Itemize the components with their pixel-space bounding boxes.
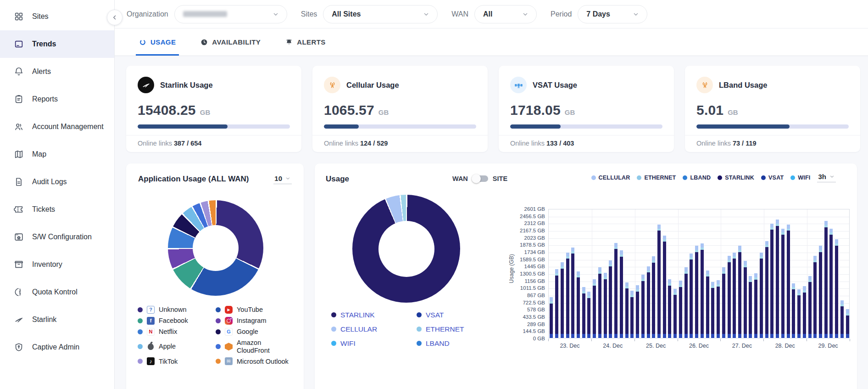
legend-label: WIFI [798,175,810,181]
y-tick-label: 2023 GB [515,236,545,241]
usage-donut-chart [352,195,460,303]
series-legend-ethernet[interactable]: ETHERNET [637,175,676,181]
cellular-icon [324,77,340,93]
donut-legend-wifi[interactable]: WIFI [331,339,417,348]
legend-label: CELLULAR [340,325,377,333]
wan-dropdown[interactable]: All [474,5,537,23]
series-legend-cellular[interactable]: CELLULAR [591,175,630,181]
donut-legend-ethernet[interactable]: ETHERNET [417,325,464,333]
legend-label: YouTube [237,306,263,314]
microsoft-outlook-icon: ✉ [225,357,233,365]
sites-dropdown[interactable]: All Sites [323,5,438,23]
quota-icon [14,287,24,297]
sidebar-item-quota-kontrol[interactable]: Quota Kontrol [0,278,114,306]
starlink-usage-card: Starlink Usage15408.25GBOnline links387 … [126,66,301,152]
filter-organization: Organization [127,5,287,23]
stacked-bar [641,275,645,338]
x-tick-label: 28. Dec [775,343,795,349]
legend-item-netflix[interactable]: NNetflix [138,328,215,336]
series-legend-lband[interactable]: LBAND [683,175,711,181]
legend-item-microsoft-outlook[interactable]: ✉Microsoft Outlook [216,357,294,365]
stacked-bar [620,250,623,338]
legend-item-facebook[interactable]: fFacebook [138,317,215,325]
tab-label: USAGE [150,38,176,46]
sidebar-item-reports[interactable]: Reports [0,85,114,113]
legend-dot [216,318,221,323]
wan-site-toggle[interactable]: WAN SITE [452,175,507,182]
sidebar-item-audit-logs[interactable]: Audit Logs [0,168,114,196]
y-tick-label: 433.5 GB [515,315,545,320]
legend-dot [790,175,795,180]
sidebar-item-captive-admin[interactable]: Captive Admin [0,333,114,361]
donut-legend-vsat[interactable]: VSAT [417,311,464,319]
sidebar-item-sites[interactable]: Sites [0,3,114,30]
clock-icon [200,39,208,46]
chevron-left-icon [111,13,119,22]
legend-item-tiktok[interactable]: ♪TikTok [138,357,215,365]
usage-controls: CELLULARETHERNETLBANDSTARLINKVSATWIFI 3h [591,173,850,182]
tab-label: ALERTS [297,38,325,46]
ticket-icon [14,204,24,214]
chevron-down-icon [522,11,529,18]
google-icon: G [225,328,233,336]
stacked-bar [835,239,838,338]
tab-availability[interactable]: AVAILABILITY [199,28,262,56]
legend-item-unknown[interactable]: ?Unknown [138,306,215,314]
legend-item-apple[interactable]: Apple [138,339,215,354]
window-icon [14,39,24,49]
stacked-bar [673,289,677,338]
application-usage-donut-chart [168,200,263,296]
filter-bar: OrganizationSitesAll SitesWANAllPeriod7 … [115,0,868,28]
sidebar-item-label: Alerts [32,68,51,76]
donut-legend-starlink[interactable]: STARLINK [331,311,417,319]
stat-card-title: LBand Usage [719,81,767,90]
tab-usage[interactable]: USAGE [138,28,177,56]
stacked-bar [663,236,666,338]
stacked-bar [630,291,634,338]
legend-item-amazon-cloudfront[interactable]: Amazon CloudFront [216,339,294,354]
legend-dot [417,327,422,332]
legend-item-youtube[interactable]: ▶YouTube [216,306,294,314]
sidebar-item-inventory[interactable]: Inventory [0,251,114,278]
stacked-bar [770,224,773,338]
stacked-bar [754,273,757,338]
donut-legend-cellular[interactable]: CELLULAR [331,325,417,333]
sidebar-item-starlink[interactable]: Starlink [0,306,114,333]
app-count-select[interactable]: 10 [273,175,292,184]
legend-label: Google [237,328,258,336]
stacked-bar [668,279,671,338]
organization-dropdown[interactable] [174,5,287,23]
legend-label: Netflix [159,328,177,336]
online-links: Online links73 / 119 [685,135,860,147]
period-dropdown[interactable]: 7 Days [578,5,647,23]
legend-label: STARLINK [340,311,375,319]
sidebar-item-tickets[interactable]: Tickets [0,196,114,223]
donut-legend-lband[interactable]: LBAND [417,339,464,348]
interval-select[interactable]: 3h [817,173,836,182]
series-legend-wifi[interactable]: WIFI [790,175,810,181]
application-usage-legend: ?Unknown▶YouTubefFacebookInstagramNNetfl… [138,306,294,365]
sidebar-item-account-management[interactable]: Account Management [0,113,114,141]
filter-label: Organization [127,10,168,18]
lband-usage-card: LBand Usage5.01GBOnline links73 / 119 [685,66,860,152]
stat-card-unit: GB [565,108,575,116]
legend-item-instagram[interactable]: Instagram [216,317,294,325]
youtube-icon: ▶ [225,306,233,314]
tab-alerts[interactable]: ALERTS [284,28,327,56]
filter-value: 7 Days [586,10,610,18]
sidebar-item-map[interactable]: Map [0,141,114,168]
sidebar-item-alerts[interactable]: Alerts [0,58,114,85]
toggle-switch[interactable] [473,175,488,182]
legend-item-google[interactable]: GGoogle [216,328,294,336]
grid-icon [14,11,24,22]
y-tick-label: 289 GB [515,322,545,327]
series-legend-vsat[interactable]: VSAT [761,175,784,181]
stacked-bar [636,285,639,338]
chevron-down-icon [285,175,291,181]
stacked-bar [749,276,752,338]
sidebar-collapse-button[interactable] [107,10,122,25]
series-legend-starlink[interactable]: STARLINK [718,175,754,181]
stacked-bar [792,283,795,338]
sidebar-item-s-w-configuration[interactable]: S/W Configuration [0,223,114,251]
sidebar-item-trends[interactable]: Trends [0,30,114,58]
